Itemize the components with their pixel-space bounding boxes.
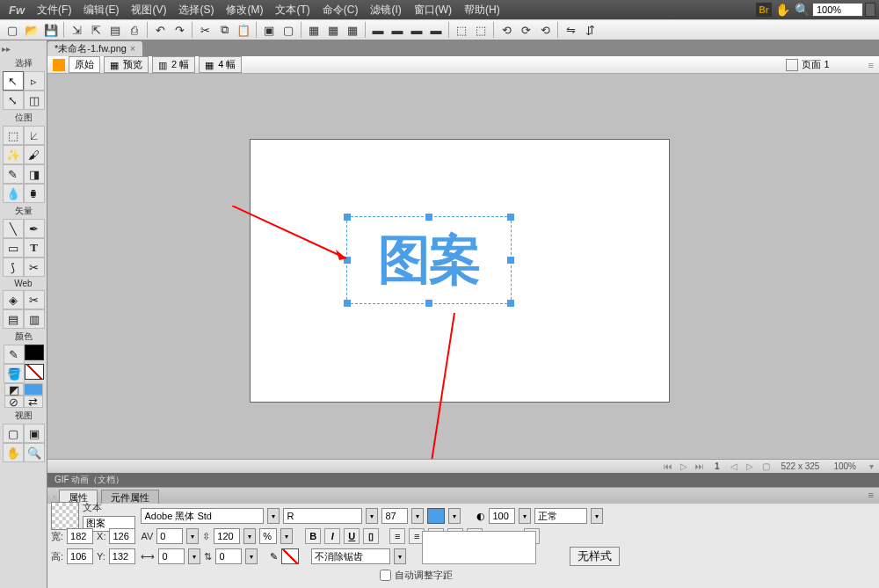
layer-button-3[interactable]: ▬	[408, 21, 425, 39]
weight-dropdown[interactable]: ▾	[366, 508, 378, 524]
view-mode-1[interactable]: ▢	[3, 424, 24, 443]
hide-slice-button[interactable]: ▤	[3, 309, 24, 329]
cut-button[interactable]: ✂	[196, 21, 214, 39]
swap-colors-button[interactable]	[24, 383, 43, 396]
height-input[interactable]	[67, 548, 93, 564]
pointer-tool[interactable]: ↖	[3, 71, 24, 91]
x-input[interactable]	[109, 528, 135, 544]
group-button[interactable]: ▣	[260, 21, 278, 39]
brush-tool[interactable]: 🖌	[24, 145, 45, 164]
strike-button[interactable]: ▯	[363, 528, 379, 544]
import-button[interactable]: ⇲	[68, 21, 85, 39]
paste-button[interactable]: 📋	[235, 21, 252, 39]
layer-button-1[interactable]: ▬	[369, 21, 387, 39]
lasso-tool[interactable]: ⟀	[24, 126, 45, 145]
four-up-button[interactable]: ▦4 幅	[199, 56, 242, 73]
baseline-input[interactable]	[215, 548, 242, 564]
opacity-slider-icon[interactable]: ◐	[476, 511, 485, 522]
zoom-dropdown[interactable]	[865, 3, 875, 17]
align-button-2[interactable]: ▦	[324, 21, 342, 39]
save-button[interactable]: 💾	[42, 21, 60, 39]
hand-tool[interactable]: ✋	[3, 443, 24, 462]
text-object-selection[interactable]: 图案	[346, 216, 512, 304]
rect-tool[interactable]: ▭	[3, 238, 24, 258]
stamp-tool[interactable]: ⧯	[24, 184, 45, 203]
rotate-button-1[interactable]: ⟲	[498, 21, 515, 39]
layer-button-2[interactable]: ▬	[389, 21, 406, 39]
marquee-tool[interactable]: ⬚	[3, 126, 24, 145]
wand-tool[interactable]: ✨	[3, 145, 24, 164]
bs-dd[interactable]: ▾	[245, 548, 258, 564]
zoom-tool[interactable]: 🔍	[24, 443, 45, 462]
play-button[interactable]: ▷	[676, 461, 692, 471]
text-tool[interactable]: T	[24, 238, 45, 258]
eraser-tool[interactable]: ◨	[24, 164, 45, 184]
lock-button-2[interactable]: ⬚	[472, 21, 490, 39]
slice-tool[interactable]: ✂	[24, 290, 45, 309]
no-color-button[interactable]: ⊘	[4, 396, 24, 408]
font-size-input[interactable]	[381, 508, 408, 524]
zoom-level-input[interactable]: 100%	[812, 3, 863, 17]
new-button[interactable]: ▢	[4, 21, 21, 39]
align-button-1[interactable]: ▦	[305, 21, 323, 39]
layer-button-4[interactable]: ▬	[427, 21, 445, 39]
rotate-button-3[interactable]: ⟲	[536, 21, 554, 39]
preview-view-button[interactable]: ▦预览	[104, 56, 149, 73]
freeform-tool[interactable]: ⟆	[3, 258, 24, 277]
auto-kern-checkbox[interactable]	[380, 570, 391, 581]
flip-h-button[interactable]: ⇋	[562, 21, 579, 39]
fill-swatch[interactable]	[25, 364, 44, 380]
font-weight-input[interactable]	[283, 508, 362, 524]
tracking-input[interactable]	[156, 528, 183, 544]
export-button[interactable]: ⇱	[87, 21, 105, 39]
italic-button[interactable]: I	[324, 528, 340, 544]
leading-unit[interactable]	[259, 528, 277, 544]
stroke-swatch[interactable]	[25, 345, 44, 360]
opacity-dropdown[interactable]: ▾	[519, 508, 531, 524]
subselect-tool[interactable]: ▹	[24, 71, 45, 91]
menu-view[interactable]: 视图(V)	[126, 1, 171, 19]
scale-tool[interactable]: ⤡	[3, 91, 24, 110]
menu-modify[interactable]: 修改(M)	[221, 1, 268, 19]
crop-tool[interactable]: ◫	[24, 91, 45, 110]
print-button[interactable]: ⎙	[126, 21, 143, 39]
swap-button[interactable]: ⇄	[24, 396, 43, 408]
menu-text[interactable]: 文本(T)	[270, 1, 315, 19]
stroke-color-swatch[interactable]	[281, 548, 299, 564]
undo-button[interactable]: ↶	[151, 21, 169, 39]
open-button[interactable]: 📂	[23, 21, 40, 39]
underline-button[interactable]: U	[344, 528, 360, 544]
blend-dropdown[interactable]: ▾	[591, 508, 603, 524]
zoom-menu-icon[interactable]: ▾	[863, 461, 879, 471]
bridge-icon[interactable]: Br	[756, 3, 772, 17]
menu-commands[interactable]: 命令(C)	[317, 1, 364, 19]
leading-input[interactable]	[214, 528, 240, 544]
font-family-input[interactable]	[141, 508, 264, 524]
panel-options-icon[interactable]: ≡	[863, 490, 879, 504]
pencil-tool[interactable]: ✎	[3, 164, 24, 184]
prev-page-button[interactable]: ◁	[726, 461, 742, 471]
no-style-button[interactable]: 无样式	[570, 547, 620, 566]
flip-v-button[interactable]: ⇵	[581, 21, 599, 39]
handle-br[interactable]	[507, 300, 514, 307]
menu-window[interactable]: 窗口(W)	[409, 1, 457, 19]
view-mode-2[interactable]: ▣	[24, 424, 45, 443]
handle-bl[interactable]	[344, 300, 351, 307]
copy-button[interactable]: ⧉	[215, 21, 233, 39]
blend-mode-input[interactable]	[534, 508, 587, 524]
blur-tool[interactable]: 💧	[3, 184, 24, 203]
pen-tool[interactable]: ✒	[24, 219, 45, 238]
handle-bc[interactable]	[425, 300, 432, 307]
close-tab-icon[interactable]: ×	[130, 44, 135, 54]
antialias-input[interactable]	[311, 548, 390, 564]
bold-button[interactable]: B	[305, 528, 321, 544]
next-page-button[interactable]: ▷	[742, 461, 758, 471]
y-input[interactable]	[109, 548, 135, 564]
menu-help[interactable]: 帮助(H)	[459, 1, 505, 19]
handle-tc[interactable]	[425, 214, 432, 221]
handle-tr[interactable]	[507, 214, 514, 221]
leading-unit-dd[interactable]: ▾	[280, 528, 293, 544]
hotspot-tool[interactable]: ◈	[3, 290, 24, 309]
menu-edit[interactable]: 编辑(E)	[78, 1, 124, 19]
ungroup-button[interactable]: ▢	[280, 21, 297, 39]
